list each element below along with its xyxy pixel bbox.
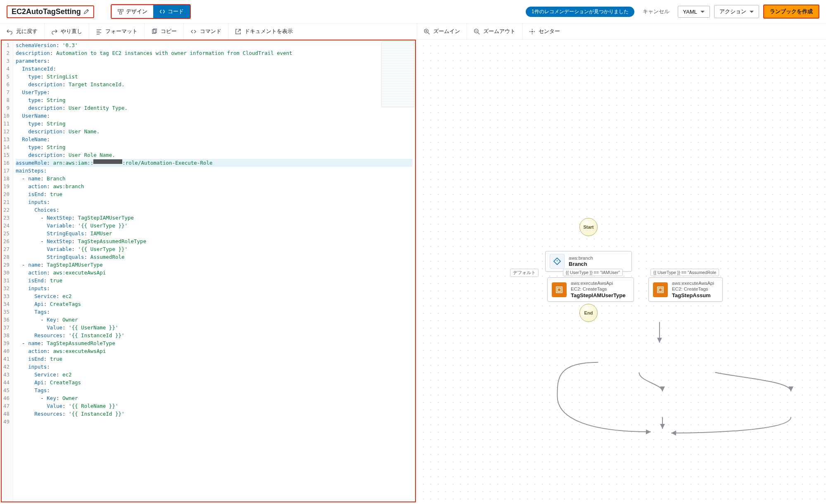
zoom-in-button[interactable]: ズームイン [417, 24, 467, 39]
redo-label: やり直し [61, 28, 82, 35]
copy-label: コピー [161, 28, 177, 35]
tab-design-label: デザイン [126, 8, 147, 15]
tab-design[interactable]: デザイン [112, 5, 153, 18]
node-start-label: Start [583, 225, 593, 230]
awsapi-icon [653, 282, 668, 297]
node-branch-name: Branch [569, 261, 593, 267]
copy-icon [151, 28, 157, 35]
main-split: 1234567891011121314151617181920212223242… [0, 40, 826, 503]
format-label: フォーマット [105, 28, 138, 35]
svg-rect-10 [657, 287, 663, 293]
document-name: EC2AutoTagSetting [12, 7, 81, 16]
command-label: コマンド [200, 28, 221, 35]
svg-rect-11 [659, 288, 662, 291]
zoom-in-label: ズームイン [433, 28, 460, 35]
chevron-down-icon [750, 11, 754, 13]
node-step1-action: aws:executeAwsApi [571, 280, 625, 286]
cancel-button[interactable]: キャンセル [638, 5, 674, 18]
center-icon [529, 28, 535, 35]
zoom-out-label: ズームアウト [483, 28, 515, 35]
node-start[interactable]: Start [579, 218, 598, 236]
edge-label-assumedrole: {{ UserType }} == "AssumedRole [650, 269, 719, 276]
node-step-assumedrole[interactable]: aws:executeAwsApi EC2: CreateTags TagSte… [648, 277, 723, 302]
node-end-label: End [584, 310, 593, 315]
undo-label: 元に戻す [16, 28, 38, 35]
command-button[interactable]: コマンド [184, 24, 228, 39]
format-button[interactable]: フォーマット [89, 24, 145, 39]
redo-button[interactable]: やり直し [45, 24, 89, 39]
copy-button[interactable]: コピー [145, 24, 184, 39]
edge-label-iamuser: {{ UserType }} == "IAMUser" [563, 269, 623, 276]
center-button[interactable]: センター [522, 24, 567, 39]
code-area[interactable]: schemaVersion: '0.3'description: Automat… [13, 40, 415, 502]
chevron-down-icon [700, 11, 705, 13]
svg-rect-2 [119, 12, 121, 14]
svg-rect-0 [118, 9, 120, 11]
line-gutter: 1234567891011121314151617181920212223242… [2, 40, 13, 502]
top-bar: EC2AutoTagSetting デザイン コード 1件のレコメンデーションが… [0, 0, 826, 24]
svg-rect-9 [558, 288, 561, 291]
create-runbook-button[interactable]: ランブックを作成 [763, 5, 819, 19]
show-document-button[interactable]: ドキュメントを表示 [228, 24, 299, 39]
svg-point-7 [532, 31, 533, 32]
document-name-container[interactable]: EC2AutoTagSetting [7, 5, 94, 18]
command-icon [190, 28, 197, 35]
code-editor[interactable]: 1234567891011121314151617181920212223242… [1, 40, 416, 502]
zoom-in-icon [424, 28, 430, 35]
tab-code[interactable]: コード [153, 5, 190, 18]
center-label: センター [539, 28, 560, 35]
svg-rect-1 [121, 9, 123, 11]
actions-label: アクション [719, 8, 746, 15]
node-end[interactable]: End [579, 304, 598, 322]
canvas-pane[interactable]: Start aws:branch Branch デフォルト {{ UserTyp… [417, 40, 826, 503]
redo-icon [51, 28, 57, 35]
node-step2-name: TagStepAssum [672, 292, 714, 299]
tab-code-label: コード [168, 8, 184, 15]
zoom-out-button[interactable]: ズームアウト [467, 24, 522, 39]
flow-nodes: Start aws:branch Branch デフォルト {{ UserTyp… [417, 40, 826, 503]
recommendation-pill[interactable]: 1件のレコメンデーションが見つかりました [526, 7, 634, 17]
minimap[interactable] [381, 41, 414, 107]
undo-button[interactable]: 元に戻す [0, 24, 45, 39]
code-icon [159, 9, 165, 14]
node-branch-action: aws:branch [569, 255, 593, 261]
format-icon [96, 28, 102, 35]
node-step1-name: TagStepIAMUserType [571, 292, 625, 299]
edge-label-default: デフォルト [510, 269, 539, 277]
show-document-label: ドキュメントを表示 [244, 28, 293, 35]
view-mode-tabs: デザイン コード [111, 4, 191, 19]
editor-pane: 1234567891011121314151617181920212223242… [0, 40, 417, 503]
zoom-out-icon [474, 28, 480, 35]
external-icon [235, 28, 241, 35]
design-icon [118, 9, 123, 14]
actions-menu[interactable]: アクション [714, 5, 759, 18]
branch-icon [550, 254, 565, 269]
svg-rect-8 [556, 287, 562, 293]
awsapi-icon [552, 282, 567, 297]
format-select[interactable]: YAML [678, 6, 710, 18]
undo-icon [7, 28, 13, 35]
edit-icon [83, 9, 89, 14]
node-step-iamuser[interactable]: aws:executeAwsApi EC2: CreateTags TagSte… [547, 277, 634, 302]
node-step2-action: aws:executeAwsApi [672, 280, 714, 286]
editor-toolbar: 元に戻す やり直し フォーマット コピー コマンド ドキュメントを表示 [0, 24, 417, 39]
toolbar: 元に戻す やり直し フォーマット コピー コマンド ドキュメントを表示 ズームイ… [0, 24, 826, 40]
node-step2-api: EC2: CreateTags [672, 286, 714, 292]
node-step1-api: EC2: CreateTags [571, 286, 625, 292]
format-select-value: YAML [683, 9, 697, 15]
canvas-toolbar: ズームイン ズームアウト センター [417, 24, 826, 39]
